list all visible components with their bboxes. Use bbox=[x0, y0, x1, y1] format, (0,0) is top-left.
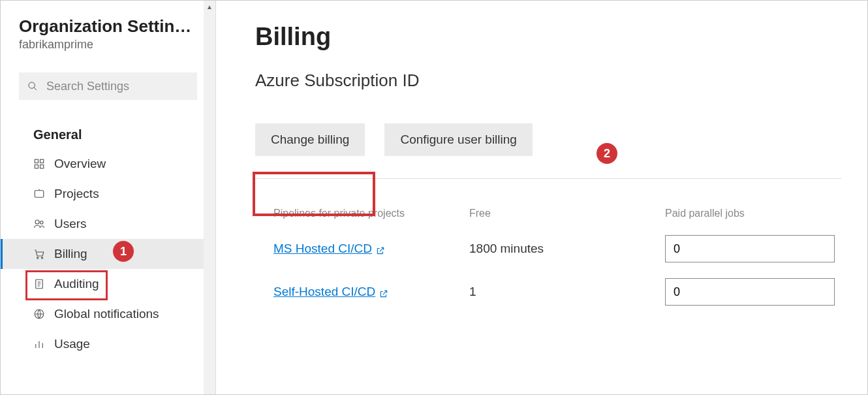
app-frame: Organization Settin… fabrikamprime Gener… bbox=[0, 0, 868, 395]
divider bbox=[255, 178, 841, 179]
auditing-icon bbox=[33, 278, 45, 290]
table-header-row: Pipelines for private projects Free Paid… bbox=[255, 200, 841, 227]
svg-point-8 bbox=[35, 220, 39, 224]
link-text: Self-Hosted CI/CD bbox=[273, 285, 375, 299]
svg-rect-5 bbox=[40, 165, 44, 168]
external-link-icon bbox=[379, 287, 388, 296]
sidebar-item-billing[interactable]: Billing bbox=[1, 239, 215, 269]
paid-jobs-input-ms[interactable] bbox=[665, 235, 835, 262]
svg-rect-3 bbox=[40, 159, 44, 163]
svg-point-9 bbox=[40, 221, 44, 225]
sidebar-item-usage[interactable]: Usage bbox=[1, 329, 215, 359]
paid-cell bbox=[665, 278, 835, 306]
col-header-paid: Paid parallel jobs bbox=[665, 208, 823, 219]
scroll-up-icon[interactable]: ▲ bbox=[204, 1, 215, 12]
sidebar-scrollbar[interactable]: ▲ bbox=[204, 1, 215, 394]
svg-point-0 bbox=[29, 82, 35, 88]
col-header-pipelines: Pipelines for private projects bbox=[273, 208, 469, 219]
self-hosted-link[interactable]: Self-Hosted CI/CD bbox=[273, 285, 388, 299]
svg-rect-6 bbox=[35, 191, 44, 198]
col-header-free: Free bbox=[469, 208, 665, 219]
sidebar-item-global-notifications[interactable]: Global notifications bbox=[1, 299, 215, 329]
pipeline-name-cell: MS Hosted CI/CD bbox=[273, 242, 469, 256]
billing-buttons-row: Change billing Configure user billing bbox=[255, 123, 841, 156]
svg-point-10 bbox=[37, 257, 39, 259]
billing-icon bbox=[33, 248, 45, 260]
paid-jobs-input-self[interactable] bbox=[665, 278, 835, 306]
search-box[interactable] bbox=[19, 72, 197, 100]
sidebar-item-projects[interactable]: Projects bbox=[1, 179, 215, 209]
callout-badge-2: 2 bbox=[597, 143, 617, 164]
projects-icon bbox=[33, 188, 45, 200]
pipeline-name-cell: Self-Hosted CI/CD bbox=[273, 285, 469, 299]
svg-rect-2 bbox=[35, 159, 38, 163]
users-icon bbox=[33, 218, 45, 230]
sidebar-item-overview[interactable]: Overview bbox=[1, 149, 215, 179]
link-text: MS Hosted CI/CD bbox=[273, 242, 372, 256]
search-icon bbox=[27, 80, 39, 92]
search-input[interactable] bbox=[45, 79, 199, 94]
paid-cell bbox=[665, 235, 835, 262]
change-billing-button[interactable]: Change billing bbox=[255, 123, 365, 156]
page-title: Organization Settin… bbox=[19, 16, 197, 37]
notifications-icon bbox=[33, 308, 45, 320]
sidebar-header: Organization Settin… fabrikamprime bbox=[1, 16, 215, 58]
main-title: Billing bbox=[255, 23, 841, 51]
sidebar-item-label: Billing bbox=[54, 247, 87, 261]
sidebar-item-label: Overview bbox=[54, 157, 106, 171]
sidebar-item-label: Users bbox=[54, 217, 87, 231]
table-row: MS Hosted CI/CD 1800 minutes bbox=[255, 227, 841, 270]
external-link-icon bbox=[376, 244, 385, 253]
main-content: Billing Azure Subscription ID Change bil… bbox=[216, 1, 867, 394]
sidebar-item-users[interactable]: Users bbox=[1, 209, 215, 239]
sidebar-item-label: Auditing bbox=[54, 277, 99, 291]
sidebar-item-label: Projects bbox=[54, 187, 99, 201]
usage-icon bbox=[33, 338, 45, 350]
sidebar: Organization Settin… fabrikamprime Gener… bbox=[1, 1, 216, 394]
nav-list: Overview Projects Users Billing bbox=[1, 149, 215, 359]
org-name: fabrikamprime bbox=[19, 38, 197, 52]
svg-line-1 bbox=[34, 87, 37, 90]
subscription-heading: Azure Subscription ID bbox=[255, 71, 841, 91]
free-cell: 1 bbox=[469, 285, 665, 299]
free-cell: 1800 minutes bbox=[469, 242, 665, 256]
sidebar-item-label: Usage bbox=[54, 337, 90, 351]
svg-point-11 bbox=[41, 257, 42, 259]
callout-badge-1: 1 bbox=[113, 241, 134, 262]
overview-icon bbox=[33, 158, 45, 170]
configure-user-billing-button[interactable]: Configure user billing bbox=[384, 123, 533, 156]
pipelines-table: Pipelines for private projects Free Paid… bbox=[255, 200, 841, 313]
ms-hosted-link[interactable]: MS Hosted CI/CD bbox=[273, 242, 385, 256]
sidebar-item-auditing[interactable]: Auditing bbox=[1, 269, 215, 299]
search-wrap bbox=[1, 58, 215, 112]
table-row: Self-Hosted CI/CD 1 bbox=[255, 270, 841, 313]
section-title-general: General bbox=[1, 112, 215, 149]
sidebar-item-label: Global notifications bbox=[54, 307, 159, 321]
svg-rect-4 bbox=[35, 165, 38, 168]
